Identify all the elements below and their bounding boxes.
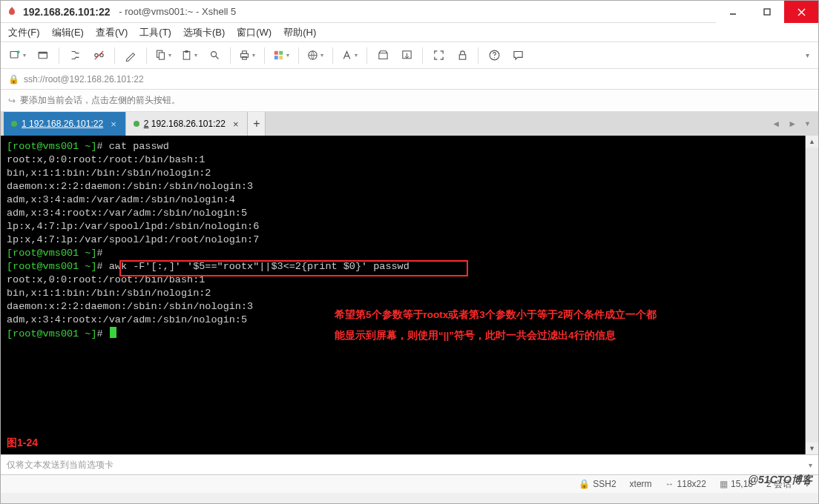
tab-close-icon[interactable]: ×: [111, 119, 116, 130]
svg-point-25: [493, 57, 494, 58]
status-dot-icon: [11, 121, 17, 127]
menu-edit[interactable]: 编辑(E): [52, 26, 84, 39]
address-text: ssh://root@192.168.26.101:22: [24, 74, 144, 84]
svg-rect-6: [39, 52, 47, 53]
send-input-row[interactable]: 仅将文本发送到当前选项卡 ▾: [1, 454, 818, 475]
status-overflow-icon[interactable]: ▾: [805, 479, 809, 489]
xftp-button[interactable]: [372, 45, 393, 66]
lock-icon: 🔒: [579, 479, 590, 489]
minimize-button[interactable]: [716, 1, 750, 23]
menu-file[interactable]: 文件(F): [8, 26, 40, 39]
svg-rect-19: [274, 56, 278, 59]
find-button[interactable]: [204, 45, 225, 66]
paste-button[interactable]: ▾: [178, 45, 201, 66]
toolbar: ▾ ▾ ▾ ▾ ▾ ▾ ▾ ▾: [1, 42, 818, 69]
svg-rect-23: [459, 55, 466, 59]
svg-rect-10: [159, 53, 164, 59]
terminal-area: [root@vms001 ~]# cat passwd root:x,0:0:r…: [1, 136, 818, 454]
status-protocol: 🔒SSH2: [579, 479, 616, 489]
menu-bar: 文件(F) 编辑(E) 查看(V) 工具(T) 选项卡(B) 窗口(W) 帮助(…: [1, 23, 818, 42]
send-input-placeholder: 仅将文本发送到当前选项卡: [7, 459, 114, 471]
terminal-scrollbar[interactable]: ▲ ▼: [805, 136, 818, 454]
svg-rect-12: [185, 50, 188, 53]
svg-rect-15: [243, 51, 247, 54]
title-bar: 192.168.26.101:22 - root@vms001:~ - Xshe…: [1, 1, 818, 23]
menu-window[interactable]: 窗口(W): [237, 26, 272, 39]
add-session-arrow-icon[interactable]: ↪: [8, 96, 16, 106]
font-button[interactable]: ▾: [338, 45, 361, 66]
menu-help[interactable]: 帮助(H): [283, 26, 316, 39]
scroll-down-icon[interactable]: ▼: [806, 442, 818, 454]
disconnect-button[interactable]: [88, 45, 109, 66]
properties-button[interactable]: [120, 45, 141, 66]
svg-rect-11: [183, 52, 190, 60]
svg-rect-17: [274, 51, 278, 55]
maximize-button[interactable]: [750, 1, 784, 23]
tab-scroll-left-icon[interactable]: ◄: [772, 119, 780, 129]
close-button[interactable]: [784, 1, 818, 23]
feedback-button[interactable]: [507, 45, 528, 66]
svg-rect-20: [279, 56, 283, 59]
session-tab-2[interactable]: 2 192.168.26.101:22 ×: [126, 112, 249, 136]
svg-rect-4: [10, 52, 18, 59]
open-button[interactable]: [33, 45, 53, 66]
color-scheme-button[interactable]: ▾: [270, 45, 293, 66]
status-size: ↔118x22: [665, 479, 706, 489]
size-icon: ↔: [665, 479, 674, 489]
tab-label: 2 192.168.26.101:22: [144, 119, 226, 129]
svg-rect-18: [279, 51, 283, 55]
tab-nav-controls: ◄ ► ▼: [772, 112, 818, 136]
toolbar-overflow[interactable]: ▾: [806, 51, 812, 59]
tab-overflow-icon[interactable]: ▼: [804, 120, 811, 127]
fullscreen-button[interactable]: [428, 45, 449, 66]
status-cursor: ▦15,18: [720, 479, 753, 489]
add-tab-button[interactable]: +: [248, 112, 266, 136]
new-file-transfer-button[interactable]: [396, 45, 417, 66]
session-tab-bar: 1 192.168.26.101:22 × 2 192.168.26.101:2…: [1, 112, 818, 136]
lock-icon: 🔒: [8, 74, 19, 84]
svg-point-13: [211, 52, 216, 57]
status-sessions: 2 会话: [766, 478, 792, 491]
session-tab-1[interactable]: 1 192.168.26.101:22 ×: [4, 112, 126, 136]
copy-button[interactable]: ▾: [152, 45, 175, 66]
help-button[interactable]: [484, 45, 504, 66]
figure-label: 图1-24: [7, 437, 38, 450]
annotation-text: 希望第5个参数等于rootx或者第3个参数小于等于2两个条件成立一个都 能显示到…: [335, 305, 657, 346]
scroll-up-icon[interactable]: ▲: [806, 136, 818, 147]
new-session-button[interactable]: ▾: [7, 45, 30, 66]
status-bar: 🔒SSH2 xterm ↔118x22 ▦15,18 2 会话 ▾: [1, 475, 818, 493]
send-input-dropdown-icon[interactable]: ▾: [809, 461, 812, 469]
status-dot-icon: [134, 121, 139, 127]
svg-rect-16: [243, 57, 247, 60]
app-icon: [5, 5, 19, 19]
tab-close-icon[interactable]: ×: [233, 119, 239, 130]
reconnect-button[interactable]: [65, 45, 85, 66]
svg-rect-1: [764, 9, 770, 15]
hint-strip: ↪ 要添加当前会话，点击左侧的箭头按钮。: [1, 90, 818, 112]
print-button[interactable]: ▾: [236, 45, 259, 66]
tab-label: 1 192.168.26.101:22: [22, 119, 103, 129]
status-term-type: xterm: [630, 479, 652, 489]
menu-tab[interactable]: 选项卡(B): [183, 26, 225, 39]
address-bar[interactable]: 🔒 ssh://root@192.168.26.101:22: [1, 69, 818, 90]
window-title-suffix: - root@vms001:~ - Xshell 5: [116, 6, 237, 17]
window-title-address: 192.168.26.101:22: [23, 6, 111, 18]
menu-tools[interactable]: 工具(T): [139, 26, 171, 39]
tab-scroll-right-icon[interactable]: ►: [788, 119, 797, 129]
menu-view[interactable]: 查看(V): [96, 26, 128, 39]
hint-text: 要添加当前会话，点击左侧的箭头按钮。: [20, 94, 180, 107]
encoding-button[interactable]: ▾: [304, 45, 327, 66]
lock-button[interactable]: [452, 45, 473, 66]
grid-icon: ▦: [720, 479, 728, 489]
terminal[interactable]: [root@vms001 ~]# cat passwd root:x,0:0:r…: [1, 136, 805, 454]
